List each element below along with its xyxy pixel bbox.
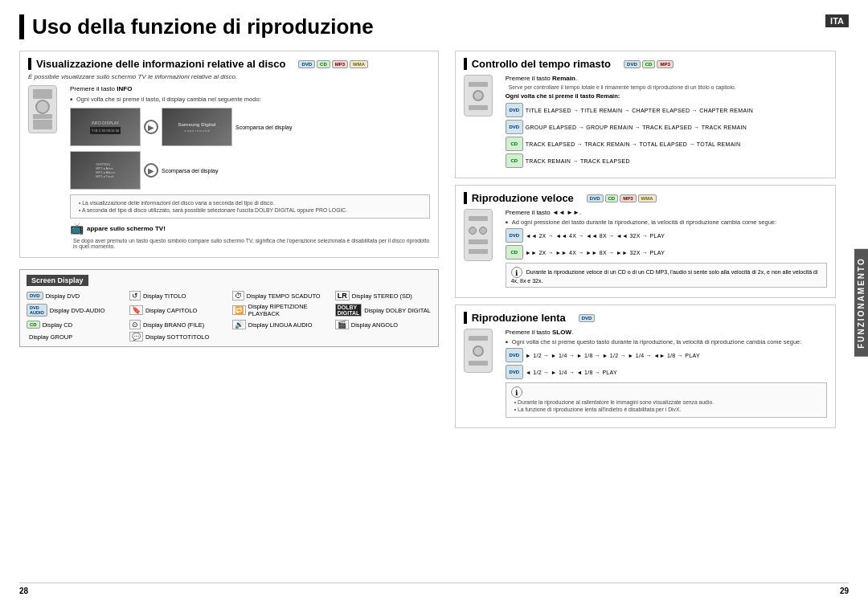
lenta-note-2: • La funzione di riproduzione lenta all'…	[514, 407, 821, 412]
appare-label: appare sullo schermo TV!	[87, 225, 166, 232]
sd-stereo: LR Display STEREO (SD)	[335, 291, 432, 300]
track-row-4: CD TRACK REMAIN → TRACK ELAPSED	[506, 153, 827, 168]
vel-remote	[464, 209, 493, 261]
speed-row-2: CD ►► 2X → ►► 4X → ►► 8X → ►► 32X → PLAY	[506, 245, 827, 260]
tv-icon: 📺	[70, 222, 84, 235]
disc-mp3: MP3	[332, 60, 348, 68]
sd-angolo: 🎬 Display ANGOLO	[335, 320, 432, 329]
vel-desc: Ad ogni pressione del tasto durante la r…	[506, 219, 827, 226]
visualizzazione-section: Visualizzazione delle informazioni relat…	[19, 51, 439, 258]
sd-ripetizione: 🔁 Display RIPETIZIONE PLAYBACK	[232, 303, 329, 317]
controllo-title: Controllo del tempo rimasto	[464, 58, 611, 70]
step-desc: Ogni volta che si preme il tasto, il dis…	[70, 96, 430, 103]
screen-state-1: INFO DISPLAY T 01 C 02 00:12:34	[70, 108, 141, 146]
disc-dvd: DVD	[298, 60, 315, 68]
funzionamento-bar: FUNZIONAMENTO	[854, 249, 868, 357]
appare-desc: Se dopo aver premuto un tasto questo sim…	[73, 238, 430, 249]
screen-display-title: Screen Display	[27, 275, 88, 286]
sd-capitolo: 🔖 Display CAPITOLO	[129, 303, 226, 317]
lenta-note-1: • Durante la riproduzione al rallentator…	[514, 399, 821, 405]
page-title: Uso della funzione di riproduzione	[19, 14, 849, 39]
sd-sottotitolo: 💬 Display SOTTOTITOLO	[129, 332, 226, 341]
arrow-1: ▶	[144, 120, 158, 134]
note-icon-vel: ℹ	[511, 267, 522, 278]
lenta-step-key: SLOW	[552, 329, 571, 336]
lenta-note-box: ℹ • Durante la riproduzione al rallentat…	[506, 382, 827, 418]
sd-dvd-audio: DVDAUDIO Display DVD-AUDIO	[27, 303, 123, 317]
page-number-right: 29	[840, 587, 849, 595]
vel-disc-mp3: MP3	[620, 194, 636, 202]
disc-cd: CD	[317, 60, 330, 68]
sd-cd: CD Display CD	[27, 320, 123, 329]
lenta-desc: Ogni volta che si preme questo tasto dur…	[506, 338, 827, 345]
arrow-2: ▶	[144, 163, 158, 178]
ctrl-disc-mp3: MP3	[657, 60, 673, 68]
ctrl-desc1: Serve per controllare il tempo totale e …	[509, 84, 827, 90]
track-row-1: DVD TITLE ELAPSED → TITLE REMAIN → CHAPT…	[506, 103, 827, 117]
controllo-section: Controllo del tempo rimasto DVD CD MP3	[455, 51, 836, 178]
screen-state-2: Samsung Digital s u p e r s o u n d	[162, 108, 232, 146]
slow-row-2: DVD ◄ 1/2 → ► 1/4 → ◄ 1/8 → PLAY	[506, 365, 827, 379]
track-row-3: CD TRACK ELAPSED → TRACK REMAIN → TOTAL …	[506, 137, 827, 151]
lenta-step-label: Premere il tasto	[506, 329, 551, 336]
lenta-section: Riproduzione lenta DVD	[455, 305, 836, 428]
note-icon-lenta: ℹ	[511, 386, 522, 398]
scomparsa-label-1: Scomparsa del display	[235, 125, 292, 130]
veloce-title: Riproduzione veloce	[464, 192, 574, 204]
visualizzazione-title: Visualizzazione delle informazioni relat…	[28, 58, 285, 70]
sd-brano: ⊙ Display BRANO (FILE)	[129, 320, 226, 329]
screen-state-3: SORTING MP3 ▸ Artist MP3 ▸ Album MP3 ▸ T…	[70, 151, 141, 190]
vel-note: ℹ Durante la riproduzione veloce di un C…	[506, 263, 827, 288]
track-row-2: DVD GROUP ELAPSED → GROUP REMAIN → TRACK…	[506, 120, 827, 134]
step-key: INFO	[117, 85, 132, 92]
sd-dvd: DVD Display DVD	[27, 291, 123, 300]
sd-group: Display GROUP	[27, 332, 123, 341]
page-number-left: 28	[19, 587, 28, 595]
ctrl-remote	[464, 75, 493, 117]
lenta-disc-dvd: DVD	[579, 314, 596, 322]
ctrl-step-label: Premere il tasto	[506, 75, 551, 82]
disc-wma: WMA	[350, 60, 368, 68]
vel-disc-dvd: DVD	[587, 194, 604, 202]
scomparsa-label-2: Scomparsa del display	[162, 168, 218, 174]
remote-device	[28, 85, 57, 133]
sd-titolo: ↺ Display TITOLO	[129, 291, 226, 300]
ctrl-bold-note: Ogni volta che si preme il tasto Remain:	[506, 92, 827, 100]
ita-badge: ITA	[825, 14, 849, 27]
lenta-title: Riproduzione lenta	[464, 312, 566, 324]
ctrl-disc-dvd: DVD	[624, 60, 641, 68]
note-2: • A seconda del tipo di disco utilizzato…	[79, 207, 424, 213]
note-1: • La visualizzazione delle informazioni …	[79, 200, 424, 206]
step-label: Premere il tasto	[70, 85, 115, 92]
lenta-remote	[464, 329, 493, 373]
vel-disc-cd: CD	[605, 194, 619, 202]
visualizzazione-subtitle: È possibile visualizzare sullo schermo T…	[28, 73, 430, 80]
ctrl-step-key: Remain	[552, 75, 575, 82]
vel-disc-wma: WMA	[638, 194, 657, 202]
sd-tempo: ⏱ Display TEMPO SCADUTO	[232, 291, 329, 300]
vel-step-key: ◄◄ ►►	[552, 209, 579, 216]
screen-display-section: Screen Display DVD Display DVD ↺ Display…	[19, 269, 439, 347]
ctrl-disc-cd: CD	[642, 60, 656, 68]
veloce-section: Riproduzione veloce DVD CD MP3 WMA	[455, 185, 836, 298]
sd-lingua: 🔊 Display LINGUA AUDIO	[232, 320, 329, 329]
slow-row-1: DVD ► 1/2 → ► 1/4 → ► 1/8 → ► 1/2 → ► 1/…	[506, 348, 827, 362]
vel-step-label: Premere il tasto	[506, 209, 551, 216]
speed-row-1: DVD ◄◄ 2X → ◄◄ 4X → ◄◄ 8X → ◄◄ 32X → PLA…	[506, 228, 827, 243]
sd-dolby: DOLBYDIGITAL Display DOLBY DIGITAL	[335, 303, 432, 317]
